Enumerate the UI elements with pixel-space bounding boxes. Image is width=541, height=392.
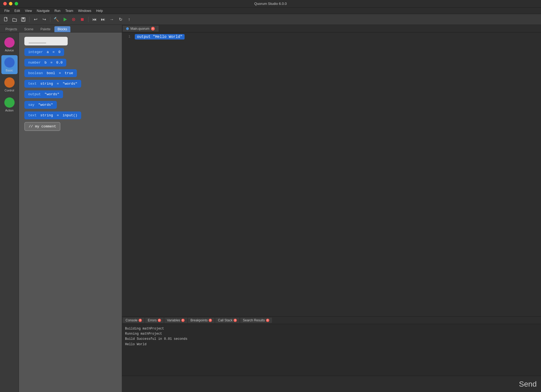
- close-button[interactable]: [3, 2, 7, 5]
- say-val: "words": [36, 103, 53, 107]
- basic-label: Basic: [6, 69, 13, 72]
- traffic-lights: [3, 2, 18, 5]
- upload-button[interactable]: ↑: [125, 16, 133, 23]
- number-var: b: [42, 61, 49, 65]
- arrow-right-button[interactable]: →: [108, 16, 116, 23]
- number-val: 0.0: [54, 61, 63, 65]
- menu-team[interactable]: Team: [63, 8, 75, 13]
- menu-file[interactable]: File: [2, 8, 12, 13]
- integer-eq: =: [53, 50, 55, 54]
- bottom-tabs: Console ✕ Errors ✕ Variables ✕ Breakpoin…: [122, 317, 541, 324]
- titlebar: Quorum Studio 6.0.0: [0, 0, 541, 8]
- menu-navigate[interactable]: Navigate: [35, 8, 52, 13]
- text-eq: =: [57, 82, 59, 86]
- variables-close[interactable]: ✕: [181, 319, 185, 322]
- open-button[interactable]: [11, 16, 18, 23]
- new-file-button[interactable]: [2, 16, 10, 23]
- debug-button[interactable]: [70, 16, 77, 23]
- console-line-1: Building mathProject: [125, 326, 538, 331]
- integer-block[interactable]: integer a = 0: [24, 48, 64, 56]
- send-button[interactable]: Send: [519, 380, 537, 388]
- sidebar-item-advice[interactable]: Advice: [1, 35, 18, 54]
- callstack-label: Call Stack: [218, 318, 232, 322]
- text-block[interactable]: text string = "words": [24, 80, 81, 88]
- step-into-button[interactable]: ⏮: [91, 16, 98, 23]
- advice-circle: [4, 37, 15, 48]
- comment-content: // my comment: [29, 124, 56, 129]
- integer-var: a: [45, 50, 51, 54]
- number-eq: =: [50, 61, 53, 65]
- sidebar-item-action[interactable]: Action: [1, 95, 18, 114]
- menu-help[interactable]: Help: [94, 8, 105, 13]
- number-block[interactable]: number b = 0.0: [24, 59, 66, 67]
- errors-close[interactable]: ✕: [158, 319, 161, 322]
- console-label: Console: [126, 318, 137, 322]
- search-box[interactable]: ⎯⎯⎯⎯⎯⎯⎯⎯: [24, 37, 68, 45]
- text-input-eq: =: [57, 113, 59, 117]
- toolbar: ↩ ↪ 🔨 ⏮ ⏭ → ↻ ↑: [0, 14, 541, 25]
- callstack-close[interactable]: ✕: [234, 319, 237, 322]
- bottom-tab-console[interactable]: Console ✕: [123, 318, 145, 323]
- minimize-button[interactable]: [9, 2, 12, 5]
- undo-button[interactable]: ↩: [32, 16, 39, 23]
- bottom-tab-variables[interactable]: Variables ✕: [164, 318, 187, 323]
- console-line-2: Running mathProject: [125, 331, 538, 337]
- output-block[interactable]: output "words": [24, 90, 63, 98]
- tab-close-button[interactable]: ✕: [151, 27, 155, 31]
- number-keyword: number: [28, 61, 41, 65]
- blocks-area: ⎯⎯⎯⎯⎯⎯⎯⎯ integer a = 0 number b = 0.0: [19, 32, 122, 392]
- editor-main: 1 output "Hello World" Console ✕ Errors …: [122, 32, 541, 392]
- menu-run[interactable]: Run: [52, 8, 63, 13]
- text-input-block[interactable]: text string = input(): [24, 111, 81, 119]
- console-line-4: Hello World: [125, 342, 538, 347]
- sidebar-item-control[interactable]: Control: [1, 75, 18, 94]
- svg-rect-0: [4, 17, 7, 21]
- tab-blocks[interactable]: Blocks: [54, 26, 70, 32]
- line-number-1: 1: [122, 35, 133, 41]
- run-button[interactable]: [61, 16, 69, 23]
- redo-button[interactable]: ↪: [40, 16, 48, 23]
- breakpoints-close[interactable]: ✕: [209, 319, 212, 322]
- tab-projects[interactable]: Projects: [2, 26, 20, 32]
- code-line-1: 1 output "Hello World": [122, 35, 541, 41]
- left-content: Advice Basic Control Action: [0, 32, 122, 392]
- action-circle: [4, 97, 15, 108]
- menu-windows[interactable]: Windows: [76, 8, 94, 13]
- bottom-tab-callstack[interactable]: Call Stack ✕: [215, 318, 240, 323]
- sidebar-item-basic[interactable]: Basic: [1, 55, 18, 74]
- maximize-button[interactable]: [15, 2, 18, 5]
- send-area: Send: [122, 376, 541, 392]
- tab-palette[interactable]: Palette: [37, 26, 54, 32]
- left-tabs: Projects Scene Palette Blocks: [0, 25, 122, 32]
- output-val: "words": [42, 92, 59, 96]
- bottom-tab-errors[interactable]: Errors ✕: [145, 318, 164, 323]
- step-over-button[interactable]: ⏭: [99, 16, 107, 23]
- comment-block[interactable]: // my comment: [24, 122, 60, 131]
- console-line-3: Build Successful in 0.01 seconds: [125, 337, 538, 342]
- main-layout: Projects Scene Palette Blocks Advice Bas…: [0, 25, 541, 392]
- editor-content[interactable]: 1 output "Hello World": [122, 32, 541, 316]
- search-text: ⎯⎯⎯⎯⎯⎯⎯⎯: [29, 39, 46, 43]
- menu-edit[interactable]: Edit: [12, 8, 22, 13]
- say-block[interactable]: say "words": [24, 101, 57, 109]
- menu-view[interactable]: View: [23, 8, 34, 13]
- boolean-block[interactable]: boolean bool = true: [24, 69, 77, 77]
- tab-scene[interactable]: Scene: [21, 26, 37, 32]
- svg-rect-2: [22, 18, 24, 19]
- console-output: Building mathProject Running mathProject…: [122, 324, 541, 376]
- build-button[interactable]: 🔨: [53, 16, 60, 23]
- editor-tabs: Main.quorum ✕: [122, 25, 541, 32]
- editor-section: Main.quorum ✕ 1 output "Hello World" Con…: [122, 25, 541, 392]
- control-circle: [4, 77, 15, 88]
- svg-rect-8: [81, 18, 84, 21]
- line-content-1: output "Hello World": [133, 35, 541, 41]
- console-close[interactable]: ✕: [139, 319, 142, 322]
- editor-tab-main[interactable]: Main.quorum ✕: [123, 26, 158, 32]
- searchresults-close[interactable]: ✕: [266, 319, 269, 322]
- save-button[interactable]: [19, 16, 27, 23]
- bottom-tab-breakpoints[interactable]: Breakpoints ✕: [188, 318, 215, 323]
- text-keyword: text: [28, 82, 37, 86]
- stop-button[interactable]: [78, 16, 86, 23]
- rotate-button[interactable]: ↻: [117, 16, 124, 23]
- bottom-tab-searchresults[interactable]: Search Results ✕: [240, 318, 272, 323]
